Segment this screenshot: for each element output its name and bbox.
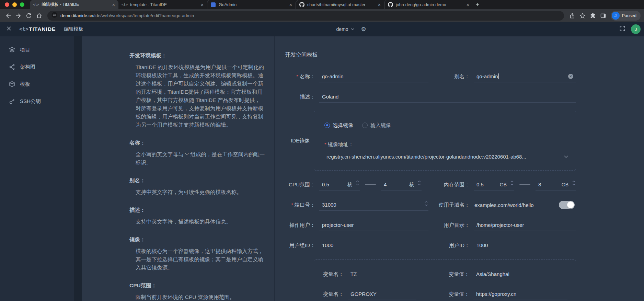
browser-tab-github-goadmin-demo[interactable]: john-deng/go-admin-demo × xyxy=(384,0,473,9)
main-content: 开发环境模板： TitanIDE 的开发环境模板是为用户提供一个可定制化的环境模… xyxy=(82,36,644,301)
memory-min-input[interactable]: 0.5GB xyxy=(474,179,514,190)
chevron-down-icon xyxy=(351,28,354,30)
home-icon[interactable] xyxy=(34,11,44,21)
alias-input[interactable]: go-admin ✕ xyxy=(474,71,576,82)
op-user-input[interactable]: projector-user xyxy=(319,219,428,231)
clear-icon[interactable]: ✕ xyxy=(568,74,573,79)
extensions-icon[interactable] xyxy=(588,11,598,21)
cpu-min-input[interactable]: 0.5核 xyxy=(319,179,360,190)
chevron-down-icon xyxy=(564,155,568,158)
help-body: TitanIDE 的开发环境模板是为用户提供一个可定制化的环境模板设计工具，生成… xyxy=(136,63,265,129)
image-address-label: 镜像地址： xyxy=(324,141,570,148)
tab-close-icon[interactable]: × xyxy=(289,2,292,8)
ide-image-label: IDE镜像 xyxy=(285,138,310,144)
radio-input-image[interactable]: 输入镜像 xyxy=(362,122,391,129)
env-var-row: 变量名： TZ 变量值： Asia/Shanghai xyxy=(322,268,567,280)
env-name-input[interactable]: GOPROXY xyxy=(348,288,416,300)
template-form: 开发空间模板 名称： go-admin 别名： go-admin xyxy=(275,36,644,301)
screen: <t> 编辑模板 - TitanIDE × <t> template - Tit… xyxy=(0,0,644,301)
stepper-icons[interactable] xyxy=(356,181,359,185)
window-close-icon[interactable] xyxy=(5,2,9,7)
help-heading: 名称： xyxy=(129,139,265,147)
env-value-label: 变量值： xyxy=(416,291,469,298)
site-info-icon[interactable] xyxy=(51,12,57,19)
tab-close-icon[interactable]: × xyxy=(467,2,469,8)
stepper-icons[interactable] xyxy=(418,181,421,185)
browser-tab-github-mysql[interactable]: charts/bitnami/mysql at master × xyxy=(296,0,384,9)
sidebar-item-projects[interactable]: 项目 xyxy=(0,41,74,58)
image-address-select[interactable]: registry.cn-shenzhen.aliyuncs.com/titani… xyxy=(324,151,570,163)
new-tab-button[interactable]: + xyxy=(473,0,482,9)
sidebar-item-templates[interactable]: 模板 xyxy=(0,76,74,93)
sidebar-item-architecture[interactable]: 架构图 xyxy=(0,58,74,76)
env-value-input[interactable]: https://goproxy.cn xyxy=(473,288,567,300)
help-body: 全小写的英文字母与 '-' 组成的，是在工作空间内的唯一标识。 xyxy=(136,150,265,167)
tab-title: charts/bitnami/mysql at master xyxy=(307,2,375,7)
side-panel-icon[interactable] xyxy=(598,11,608,21)
bookmark-star-icon[interactable] xyxy=(578,11,587,21)
gear-icon[interactable]: ⚙ xyxy=(361,26,366,32)
sidebar-item-label: 模板 xyxy=(20,81,30,88)
stepper-icons[interactable] xyxy=(572,181,575,185)
tab-title: 编辑模板 - TitanIDE xyxy=(42,2,110,8)
user-id-input[interactable]: 1000 xyxy=(474,240,576,251)
browser-tab-goadmin[interactable]: GoAdmin × xyxy=(207,0,296,9)
env-var-row: 变量名： GOPROXY 变量值： https://goproxy.cn xyxy=(322,288,567,300)
url-text[interactable]: demo.titanide.cn/ide/web/workspace/templ… xyxy=(60,13,194,18)
stepper-icons[interactable] xyxy=(425,201,428,206)
name-input[interactable]: go-admin xyxy=(319,71,428,82)
help-body: 支持中英文字符，为可读性更强的模板名称。 xyxy=(136,188,265,196)
user-avatar[interactable]: J xyxy=(631,24,641,34)
close-icon[interactable] xyxy=(6,26,12,33)
text-caret xyxy=(498,73,499,79)
sidebar-item-ssh-keys[interactable]: SSH公钥 xyxy=(0,93,74,110)
sidebar-item-label: 架构图 xyxy=(20,64,35,70)
env-name-input[interactable]: TZ xyxy=(348,268,416,280)
tab-title: template - TitanIDE xyxy=(130,2,198,7)
env-name-label: 变量名： xyxy=(322,291,344,298)
port-input[interactable]: 31000 xyxy=(319,199,428,211)
subdomain-toggle[interactable] xyxy=(559,201,575,209)
cpu-max-input[interactable]: 4核 xyxy=(381,179,422,190)
radio-checked-icon xyxy=(324,123,330,128)
radio-select-image[interactable]: 选择镜像 xyxy=(324,122,353,129)
port-label: 端口号： xyxy=(285,202,315,208)
stepper-icons[interactable] xyxy=(510,181,514,185)
user-dir-input[interactable]: /home/projector-user xyxy=(474,219,576,231)
help-heading: 镜像： xyxy=(129,235,265,244)
share-icon[interactable] xyxy=(567,11,577,21)
fullscreen-icon[interactable] xyxy=(619,25,625,33)
help-heading: 别名： xyxy=(129,176,265,185)
browser-tab-template[interactable]: <t> template - TitanIDE × xyxy=(118,0,207,9)
window-zoom-icon[interactable] xyxy=(20,2,24,7)
browser-profile-button[interactable]: J Paused xyxy=(611,11,641,21)
help-body: 模板的核心为一个容器镜像，这里提供两种输入方式，其一是下拉选择已有模板的镜像；其… xyxy=(136,247,265,272)
range-dash xyxy=(365,184,376,185)
form-title: 开发空间模板 xyxy=(285,51,576,59)
address-bar[interactable]: demo.titanide.cn/ide/web/workspace/templ… xyxy=(47,11,564,21)
alias-label: 别名： xyxy=(428,73,470,80)
group-id-input[interactable]: 1000 xyxy=(319,240,428,251)
workspace-selector[interactable]: demo xyxy=(336,26,354,32)
forward-icon[interactable] xyxy=(14,11,23,21)
sidebar-item-label: 项目 xyxy=(20,47,30,53)
browser-toolbar: demo.titanide.cn/ide/web/workspace/templ… xyxy=(0,9,644,22)
help-heading: CPU范围： xyxy=(129,281,265,290)
tab-close-icon[interactable]: × xyxy=(201,2,204,8)
memory-max-input[interactable]: 8GB xyxy=(536,179,576,190)
tab-close-icon[interactable]: × xyxy=(378,2,381,8)
help-body: 支持中英文字符，描述模板的具体信息。 xyxy=(136,218,265,226)
toggle-knob xyxy=(567,201,574,208)
browser-tab-edit-template[interactable]: <t> 编辑模板 - TitanIDE × xyxy=(30,0,118,9)
sidebar-gap xyxy=(74,36,82,301)
env-value-input[interactable]: Asia/Shanghai xyxy=(473,268,567,280)
reload-icon[interactable] xyxy=(24,11,34,21)
description-input[interactable]: Goland xyxy=(319,91,576,103)
tab-close-icon[interactable]: × xyxy=(112,2,115,8)
env-value-label: 变量值： xyxy=(416,271,469,278)
back-icon[interactable] xyxy=(3,11,13,21)
template-icon xyxy=(9,81,15,87)
titanide-favicon: <t> xyxy=(33,2,39,8)
window-minimize-icon[interactable] xyxy=(12,2,17,7)
env-name-label: 变量名： xyxy=(322,271,344,278)
